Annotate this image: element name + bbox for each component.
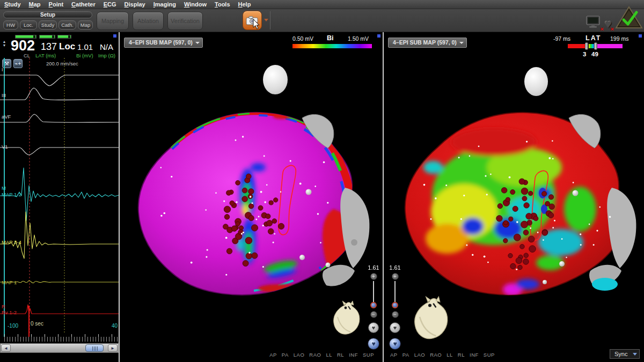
trace-label: V1 xyxy=(2,144,8,150)
setup-cath-button[interactable]: Cath. xyxy=(58,20,76,29)
cl-value: 902 xyxy=(11,38,35,54)
time-end-label: 40 xyxy=(112,323,118,329)
orientation-pa[interactable]: PA xyxy=(402,352,409,358)
orientation-inf[interactable]: INF xyxy=(470,352,479,358)
orientation-pa[interactable]: PA xyxy=(282,352,289,358)
orientation-presets: AP PA LAO RAO LL RL INF SUP xyxy=(390,352,495,358)
setup-group: Setup HW Loc. Study Cath. Map xyxy=(3,11,93,31)
carto-application-window: Study Map Point Catheter ECG Display Ima… xyxy=(0,0,644,362)
mouse-cursor xyxy=(253,19,260,30)
beat-spinner[interactable]: ▲▼ xyxy=(1,40,8,47)
orientation-ll[interactable]: LL xyxy=(326,352,332,358)
lat-map-panel: 4–EPI SUB MAP (597, 0) -97 ms LAT 199 ms… xyxy=(384,32,644,362)
verification-mode-button[interactable]: Verification xyxy=(167,12,203,30)
setup-hw-button[interactable]: HW xyxy=(3,20,18,29)
zoom-slider-track[interactable] xyxy=(394,281,396,305)
map-zoom-controls: 1.61 + − ♥ ♥ xyxy=(388,264,402,350)
zoom-value: 1.61 xyxy=(368,264,379,271)
menu-imaging[interactable]: Imaging xyxy=(153,1,176,8)
orientation-lao[interactable]: LAO xyxy=(414,352,426,358)
zoom-out-button[interactable]: − xyxy=(370,311,377,318)
menu-map[interactable]: Map xyxy=(29,1,41,8)
orientation-sup[interactable]: SUP xyxy=(363,352,374,358)
trace-label: MAP 1 xyxy=(2,279,17,285)
mapping-mode-button[interactable]: Mapping xyxy=(97,12,129,30)
orientation-sup[interactable]: SUP xyxy=(484,352,495,358)
zoom-slider-track[interactable] xyxy=(373,281,374,305)
trace-sublabel: Rv 1-2 xyxy=(2,309,17,315)
menu-ecg[interactable]: ECG xyxy=(104,1,116,8)
scroll-left-button[interactable]: ◄ xyxy=(1,344,11,352)
trace-label: M xyxy=(2,185,6,191)
catheter-electrode-sphere xyxy=(326,263,331,268)
heart-surface[interactable] xyxy=(138,113,370,295)
ablation-mode-button[interactable]: Ablation xyxy=(133,12,164,30)
sync-dropdown[interactable]: Sync xyxy=(610,349,640,359)
zoom-slider-thumb[interactable] xyxy=(370,302,377,308)
heart-reference-disconnected-icon[interactable]: ♥ × xyxy=(605,17,612,31)
orientation-ap[interactable]: AP xyxy=(390,352,398,358)
catheter-electrode-sphere xyxy=(573,190,579,196)
zoom-in-button[interactable]: + xyxy=(370,273,377,280)
panel-corner-button[interactable] xyxy=(113,34,116,38)
orientation-reference-heart[interactable] xyxy=(329,299,362,339)
setup-study-button[interactable]: Study xyxy=(39,20,57,29)
setup-loc-button[interactable]: Loc. xyxy=(20,20,37,29)
orientation-rao[interactable]: RAO xyxy=(430,352,442,358)
camera-dropdown-caret[interactable] xyxy=(264,19,268,21)
trace-III xyxy=(0,88,119,100)
time-zero-label: 0 sec xyxy=(31,321,43,327)
ecg-panel: ▲▼ 902 CL 137 LAT (ms) Loc 1.01 Bi (mV) … xyxy=(0,32,119,362)
menu-display[interactable]: Display xyxy=(125,1,145,8)
trace-MAP1 xyxy=(0,280,119,283)
heart-view-button[interactable]: ♥ xyxy=(368,322,379,333)
orientation-ll[interactable]: LL xyxy=(447,352,453,358)
orientation-ap[interactable]: AP xyxy=(269,352,277,358)
zoom-value: 1.61 xyxy=(389,264,400,271)
heart-view-button[interactable]: ♥ xyxy=(390,322,400,333)
menu-catheter[interactable]: Catheter xyxy=(71,1,96,8)
orientation-reference-heart[interactable] xyxy=(408,294,452,345)
zoom-out-button[interactable]: − xyxy=(392,311,399,318)
menu-tools[interactable]: Tools xyxy=(215,1,230,8)
monitor-disconnected-icon[interactable]: × xyxy=(586,15,602,31)
ecg-scrollbar[interactable]: ◄ ► xyxy=(0,343,119,353)
trace-V1 xyxy=(0,147,119,155)
lat-value: 137 xyxy=(41,41,57,53)
scrollbar-thumb[interactable] xyxy=(85,344,104,352)
loc-value: Loc xyxy=(59,41,75,52)
zoom-slider-thumb[interactable] xyxy=(392,302,398,308)
menu-help[interactable]: Help xyxy=(238,1,251,8)
signal-quality-bar xyxy=(57,35,71,39)
menu-point[interactable]: Point xyxy=(49,1,64,8)
ecg-waveform-canvas[interactable] xyxy=(0,58,119,337)
setup-group-label: Setup xyxy=(3,11,92,18)
rotate-view-button[interactable]: ♥ xyxy=(368,338,379,350)
system-ok-triangle-icon[interactable] xyxy=(615,6,643,31)
menu-window[interactable]: Window xyxy=(184,1,207,8)
trace-RV1-2 xyxy=(0,305,119,314)
time-start-label: -100 xyxy=(8,323,18,329)
status-icon-area: × ♥ × xyxy=(586,9,643,32)
menu-study[interactable]: Study xyxy=(4,1,21,8)
setup-map-button[interactable]: Map xyxy=(78,20,93,29)
trace-sublabel: MAP 1-2 xyxy=(2,191,21,197)
orientation-rl[interactable]: RL xyxy=(337,352,344,358)
orientation-inf[interactable]: INF xyxy=(349,352,358,358)
toolbar-separator xyxy=(270,11,270,29)
trace-label: III xyxy=(2,92,6,98)
sync-label: Sync xyxy=(614,351,627,357)
heart-surface[interactable] xyxy=(405,113,636,296)
catheter-electrode-sphere xyxy=(306,189,312,195)
zoom-in-button[interactable]: + xyxy=(392,273,399,280)
bi-value: 1.01 xyxy=(77,42,93,51)
orientation-rl[interactable]: RL xyxy=(458,352,465,358)
orientation-lao[interactable]: LAO xyxy=(294,352,305,358)
scroll-right-button[interactable]: ► xyxy=(108,344,118,352)
trace-label: MAP 3-4 xyxy=(2,239,21,245)
orientation-rao[interactable]: RAO xyxy=(309,352,321,358)
imp-value: N/A xyxy=(100,42,113,51)
trace-aVF xyxy=(0,114,119,122)
voltage-map-panel: 4–EPI SUB MAP (597, 0) 0.50 mV Bi 1.50 m… xyxy=(120,32,383,362)
rotate-view-button[interactable]: ♥ xyxy=(389,338,401,350)
